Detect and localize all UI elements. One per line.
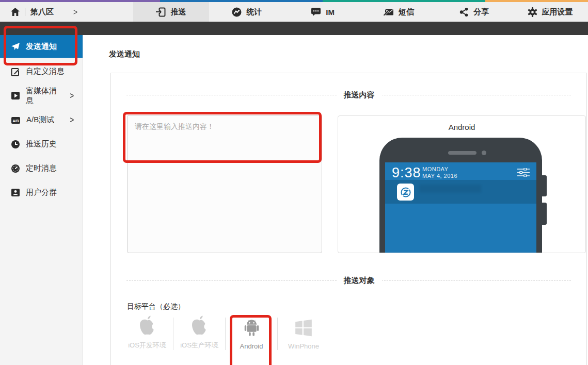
home-icon[interactable] <box>10 7 20 16</box>
phone-day: MONDAY <box>422 166 457 173</box>
push-form-panel: 推送内容 Android 9:38 MONDAY MAY 4, 2016 <box>110 73 587 365</box>
app-name[interactable]: 第八区 <box>30 7 54 17</box>
platform-ios-prod[interactable]: iOS生产环境 <box>173 314 225 351</box>
phone-speaker <box>448 151 476 155</box>
jpush-logo-icon <box>400 187 411 198</box>
platform-label: iOS生产环境 <box>180 341 218 350</box>
notification-row <box>385 180 536 204</box>
accent-strip-orange <box>485 0 588 2</box>
accent-strip-teal <box>323 0 485 2</box>
phone-mockup: 9:38 MONDAY MAY 4, 2016 <box>379 138 542 253</box>
windows-icon <box>294 318 313 338</box>
clock-history-icon <box>11 140 20 149</box>
target-platform-label: 目标平台（必选） <box>127 302 185 311</box>
gear-icon <box>528 7 537 17</box>
sidebar-item-label: A/B测试 <box>26 115 54 125</box>
brand-divider <box>25 8 25 16</box>
platform-android[interactable]: Android <box>226 314 277 351</box>
tab-label: 短信 <box>399 7 414 17</box>
tab-label: 应用设置 <box>542 7 573 17</box>
android-preview-card: Android 9:38 MONDAY MAY 4, 2016 <box>338 115 586 253</box>
page-title: 发送通知 <box>109 49 140 59</box>
ab-test-icon: A/B <box>11 116 21 124</box>
sidebar-item-label: 自定义消息 <box>26 67 65 76</box>
sidebar-item-user-segment[interactable]: 用户分群 <box>0 180 83 205</box>
platform-label: WinPhone <box>288 342 319 350</box>
tab-app-settings[interactable]: 应用设置 <box>512 2 588 22</box>
apple-icon <box>138 314 157 336</box>
sidebar-item-label: 推送历史 <box>26 139 57 149</box>
notification-app-icon <box>397 184 414 201</box>
phone-screen: 9:38 MONDAY MAY 4, 2016 <box>385 162 536 253</box>
phone-time: 9:38 <box>392 165 421 181</box>
edit-icon <box>11 67 20 76</box>
sidebar-item-rich-media[interactable]: 富媒体消息 > <box>0 84 83 108</box>
tab-share[interactable]: 分享 <box>436 2 512 22</box>
accent-strip-blue <box>160 0 323 2</box>
sidebar-item-label: 发送通知 <box>26 42 57 52</box>
android-icon <box>243 317 260 338</box>
timer-icon <box>11 164 20 173</box>
tab-sms[interactable]: 短信 <box>360 2 436 22</box>
sidebar-item-custom-message[interactable]: 自定义消息 <box>0 59 83 84</box>
sidebar: 发送通知 自定义消息 富媒体消息 > A/B A/B测试 > 推送历史 <box>0 35 83 365</box>
tab-label: 分享 <box>473 7 489 17</box>
tab-label: 统计 <box>246 7 262 17</box>
preview-platform-title: Android <box>338 123 585 131</box>
section-label-push-target: 推送对象 <box>337 276 382 286</box>
phone-camera <box>482 151 486 155</box>
stats-icon <box>232 7 242 17</box>
accent-strip-purple <box>0 0 160 2</box>
sidebar-item-label: 富媒体消息 <box>26 86 64 106</box>
tab-push[interactable]: 推送 <box>133 2 209 22</box>
top-navbar: 第八区 > 推送 统计 IM 短信 <box>0 2 588 22</box>
notification-ghost-text <box>419 185 481 193</box>
chevron-right-icon: > <box>70 115 74 125</box>
platform-ios-dev[interactable]: iOS开发环境 <box>121 314 173 351</box>
phone-date-line: MAY 4, 2016 <box>422 173 457 179</box>
share-icon <box>459 7 469 17</box>
phone-volume-button <box>542 175 547 196</box>
subnav-dark-band <box>0 22 588 35</box>
paper-plane-icon <box>11 42 20 51</box>
platform-winphone[interactable]: WinPhone <box>278 314 329 351</box>
play-media-icon <box>11 91 20 100</box>
tab-label: 推送 <box>170 7 186 17</box>
app-brand[interactable]: 第八区 > <box>0 2 133 22</box>
svg-text:A/B: A/B <box>12 119 19 122</box>
sms-envelope-icon <box>383 7 394 16</box>
tab-stats[interactable]: 统计 <box>209 2 285 22</box>
user-group-icon <box>11 188 20 197</box>
platform-selector: iOS开发环境 iOS生产环境 <box>121 314 329 351</box>
section-label-push-content: 推送内容 <box>337 90 382 100</box>
phone-date: MONDAY MAY 4, 2016 <box>422 166 457 179</box>
sidebar-item-push-history[interactable]: 推送历史 <box>0 132 83 156</box>
chat-bubble-icon <box>311 7 321 16</box>
tab-im[interactable]: IM <box>285 2 361 22</box>
phone-volume-button <box>542 203 547 225</box>
section-divider-target: 推送对象 <box>126 280 571 281</box>
push-content-input[interactable] <box>127 115 322 253</box>
platform-label: iOS开发环境 <box>128 341 166 350</box>
section-divider-content: 推送内容 <box>126 95 571 95</box>
push-icon <box>156 7 166 17</box>
sidebar-item-scheduled-message[interactable]: 定时消息 <box>0 156 83 180</box>
app-switch-chevron-icon[interactable]: > <box>73 7 77 16</box>
platform-label: Android <box>240 342 263 350</box>
tab-label: IM <box>326 8 335 16</box>
sidebar-item-ab-test[interactable]: A/B A/B测试 > <box>0 108 83 132</box>
chevron-right-icon: > <box>70 91 74 101</box>
sidebar-item-send-notification[interactable]: 发送通知 <box>0 35 83 58</box>
settings-sliders-icon <box>517 168 530 177</box>
sidebar-item-label: 用户分群 <box>26 188 57 197</box>
sidebar-item-label: 定时消息 <box>26 163 57 173</box>
apple-icon <box>190 314 209 336</box>
